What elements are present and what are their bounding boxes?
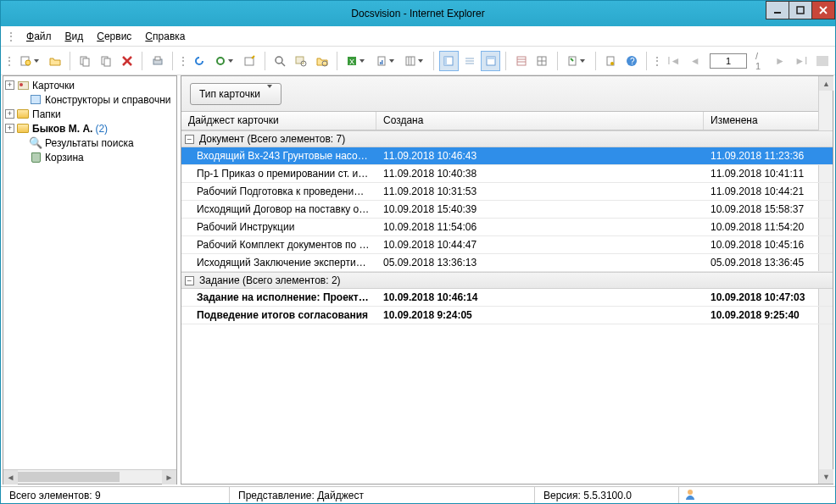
tree-horizontal-scrollbar[interactable]: ◄ ►: [3, 469, 176, 484]
grid-pane: ▲ ▼ Тип карточки Дайджест карточки Созда…: [181, 75, 833, 485]
cell-digest: Задание на исполнение: Проекте ра…: [181, 291, 376, 303]
tree-item-folders[interactable]: + Папки: [5, 107, 175, 121]
scrollbar-thumb[interactable]: [18, 472, 120, 482]
svg-rect-30: [444, 57, 447, 65]
view-table-button[interactable]: [511, 51, 531, 71]
sync-button[interactable]: [211, 51, 238, 71]
refresh-button[interactable]: [190, 51, 209, 71]
svg-line-17: [281, 63, 285, 66]
column-header-digest[interactable]: Дайджест карточки: [181, 112, 376, 130]
print-button[interactable]: [148, 51, 167, 71]
settings-button[interactable]: [601, 51, 621, 71]
menu-service[interactable]: Сервис: [90, 29, 138, 44]
cell-digest: Пр-1 Приказ о премировании ст. инж…: [181, 168, 376, 180]
paste-button[interactable]: [97, 51, 116, 71]
group-collapse-icon[interactable]: −: [185, 276, 194, 285]
scroll-right-button[interactable]: ►: [162, 470, 176, 485]
edit-button[interactable]: [240, 51, 259, 71]
view-grid-button[interactable]: [532, 51, 552, 71]
card-search-button[interactable]: [292, 51, 311, 71]
table-row[interactable]: Рабочий Подготовка к проведению се…11.09…: [181, 183, 833, 201]
scroll-left-button[interactable]: ◄: [3, 470, 18, 485]
tree-item-constructors[interactable]: Конструкторы и справочни: [5, 92, 175, 107]
svg-rect-25: [382, 60, 383, 64]
grid-body: −Документ (Всего элементов: 7)Входящий В…: [181, 130, 833, 484]
first-page-button[interactable]: I◄: [664, 51, 683, 71]
table-row[interactable]: Рабочий Комплект документов по про…10.09…: [181, 236, 833, 254]
cell-modified: 10.09.2018 10:47:03: [704, 291, 833, 303]
last-page-button[interactable]: ►I: [791, 51, 811, 71]
column-header-modified[interactable]: Изменена: [704, 112, 833, 130]
cell-created: 11.09.2018 10:40:38: [376, 168, 704, 180]
svg-rect-35: [487, 57, 495, 59]
maximize-button[interactable]: [789, 1, 812, 19]
window-title: Docsvision - Internet Explorer: [1, 8, 835, 19]
minimize-button[interactable]: [766, 1, 789, 19]
export-excel-button[interactable]: X: [343, 51, 370, 71]
folder-search-button[interactable]: [312, 51, 332, 71]
grid-toolbar: Тип карточки: [181, 76, 833, 112]
view-list-button[interactable]: [481, 51, 500, 71]
menu-file[interactable]: Файл: [20, 29, 59, 44]
svg-rect-24: [380, 62, 382, 64]
tree-item-trash[interactable]: Корзина: [5, 150, 175, 164]
copy-button[interactable]: [75, 51, 95, 71]
filter-button[interactable]: [563, 51, 590, 71]
chevron-down-icon: [32, 59, 41, 63]
cell-modified: 10.09.2018 9:25:40: [704, 309, 833, 321]
columns-button[interactable]: [401, 51, 428, 71]
statusbar: Всего элементов: 9 Представление: Дайдже…: [1, 486, 835, 503]
help-button[interactable]: ?: [622, 51, 642, 71]
table-row[interactable]: Исходящий Заключение экспертизы п…05.09.…: [181, 254, 833, 272]
page-nav-button[interactable]: [812, 51, 832, 71]
cell-created: 10.09.2018 15:40:39: [376, 203, 704, 215]
report-button[interactable]: [371, 51, 398, 71]
group-row[interactable]: −Документ (Всего элементов: 7): [181, 130, 833, 147]
chevron-down-icon: [387, 59, 396, 63]
prev-page-button[interactable]: ◄: [685, 51, 705, 71]
svg-point-5: [25, 60, 31, 65]
grid-header: Дайджест карточки Создана Изменена: [181, 112, 833, 130]
cell-digest: Рабочий Подготовка к проведению се…: [181, 186, 376, 197]
view-detail-button[interactable]: [439, 51, 459, 71]
table-row[interactable]: Рабочий Инструкции10.09.2018 11:54:0610.…: [181, 219, 833, 236]
delete-button[interactable]: [118, 51, 137, 71]
table-row[interactable]: Пр-1 Приказ о премировании ст. инж…11.09…: [181, 165, 833, 183]
toolbar-grip-icon: ⋮: [178, 55, 188, 67]
svg-rect-33: [465, 63, 474, 64]
new-item-button[interactable]: [16, 51, 43, 71]
open-folder-button[interactable]: [45, 51, 64, 71]
search-results-icon: 🔍: [29, 137, 42, 149]
menu-view[interactable]: Вид: [59, 29, 91, 44]
view-list-simple-button[interactable]: [460, 51, 480, 71]
tree-item-search-results[interactable]: 🔍 Результаты поиска: [5, 136, 175, 150]
table-row[interactable]: Задание на исполнение: Проекте ра…10.09.…: [181, 289, 833, 307]
scroll-up-button[interactable]: ▲: [819, 76, 833, 91]
close-button[interactable]: [811, 1, 835, 19]
svg-point-44: [610, 62, 614, 65]
tree-item-count: (2): [95, 123, 108, 135]
svg-rect-36: [517, 57, 526, 65]
page-total-label: / 1: [755, 51, 766, 71]
tree-item-user[interactable]: + Быков М. А. (2): [5, 121, 175, 136]
folder-tree[interactable]: + Карточки Конструкторы и справочни + Па…: [3, 76, 176, 469]
type-card-dropdown[interactable]: Тип карточки: [190, 83, 281, 105]
cell-digest: Рабочий Комплект документов по про…: [181, 239, 376, 251]
next-page-button[interactable]: ►: [771, 51, 790, 71]
toolbar: ⋮ ⋮: [1, 47, 835, 75]
table-row[interactable]: Подведение итогов согласования10.09.2018…: [181, 307, 833, 324]
group-collapse-icon[interactable]: −: [185, 135, 194, 144]
cell-created: 10.09.2018 10:46:14: [376, 291, 704, 303]
search-button[interactable]: [270, 51, 290, 71]
page-input[interactable]: [710, 53, 747, 69]
menu-help[interactable]: Справка: [138, 29, 192, 44]
group-row[interactable]: −Задание (Всего элементов: 2): [181, 272, 833, 289]
svg-rect-32: [465, 60, 474, 62]
table-row[interactable]: Исходящий Договор на поставку обор…10.09…: [181, 201, 833, 219]
column-header-created[interactable]: Создана: [376, 112, 704, 130]
tree-item-cards[interactable]: + Карточки: [5, 78, 175, 92]
status-representation: Представление: Дайджест: [230, 487, 535, 503]
cell-digest: Исходящий Заключение экспертизы п…: [181, 257, 376, 269]
svg-text:?: ?: [630, 57, 635, 66]
table-row[interactable]: Входящий Вх-243 Грунтовые насосы11.09.20…: [181, 147, 833, 165]
